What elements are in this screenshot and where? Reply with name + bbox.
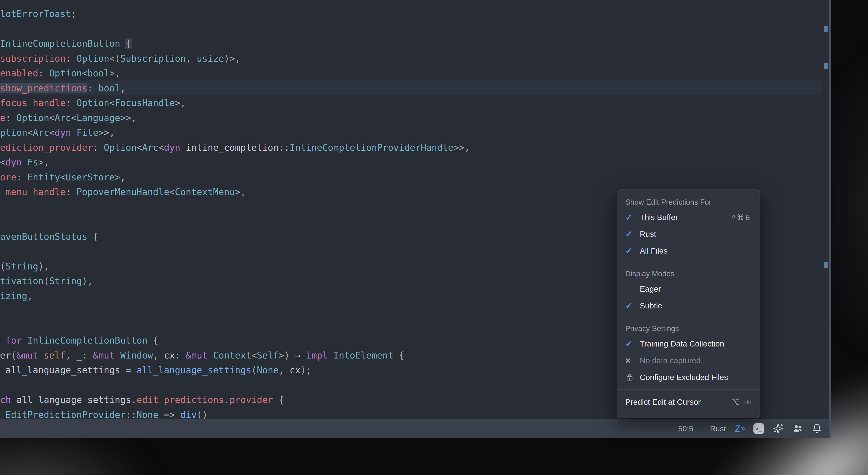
code-token: , [66, 350, 76, 361]
code-token: = [126, 365, 136, 375]
assistant-sparkle-icon[interactable] [773, 423, 783, 434]
code-line: ediction_provider: Option<Arc<dyn inline… [0, 140, 470, 155]
code-token [87, 231, 93, 242]
code-line: focus_handle: Option<FocusHandle>, [0, 95, 186, 110]
menu-header-show-edit-predictions-for: Show Edit Predictions For [617, 195, 760, 209]
code-token: all_language_settings [0, 365, 126, 375]
menu-item-training-data-collection[interactable]: ✓Training Data Collection [617, 335, 760, 352]
menu-separator [617, 389, 760, 390]
collaboration-icon[interactable] [793, 423, 803, 434]
code-token: < [60, 172, 66, 182]
code-token: : [5, 113, 16, 123]
code-line: show_predictions: bool, [0, 81, 126, 96]
menu-item-eager[interactable]: Eager [617, 280, 760, 297]
code-token: ), [82, 276, 93, 286]
code-token: >, [110, 68, 120, 78]
code-token: InlineCompletionButton [27, 335, 148, 346]
zed-window: lotErrorToast;InlineCompletionButton {su… [0, 0, 831, 438]
code-token: < [110, 98, 115, 108]
menu-footer-shortcut [731, 398, 751, 407]
code-token [115, 350, 120, 361]
code-token: &mut [186, 350, 208, 361]
terminal-icon[interactable]: >_ [753, 423, 764, 434]
menu-header-privacy-settings: Privacy Settings [617, 322, 760, 335]
code-line: avenButtonStatus { [0, 229, 98, 244]
code-token [0, 335, 5, 346]
scrollbar-marker[interactable] [824, 26, 828, 32]
notifications-bell-icon[interactable] [812, 423, 822, 434]
scrollbar-marker[interactable] [824, 262, 828, 268]
code-token: File [76, 127, 98, 138]
code-token: er [0, 350, 11, 361]
code-token: Entity [27, 172, 60, 182]
menu-item-configure-excluded-files[interactable]: Configure Excluded Files [617, 369, 760, 386]
code-token: provider [229, 395, 273, 405]
code-token: IntoElement [333, 350, 393, 361]
code-token: :: [126, 409, 136, 419]
cursor-bracket: { [126, 38, 131, 49]
code-token: None [257, 365, 279, 375]
menu-item-label: No data captured. [640, 356, 751, 365]
code-token: < [251, 350, 257, 361]
status-bar: 50:5 Rust Z» >_ [0, 418, 829, 438]
code-token: . [131, 395, 136, 405]
scrollbar-track[interactable] [822, 0, 829, 418]
code-token: => [164, 409, 180, 419]
code-line: enabled: Option<bool>, [0, 66, 120, 81]
menu-item-this-buffer[interactable]: ✓This Buffer^⌘E [617, 209, 760, 226]
checkmark-icon: ✓ [625, 212, 632, 222]
code-token: <( [110, 53, 120, 64]
code-token: Arc [33, 127, 49, 138]
code-line: EditPredictionProvider::None => div() [0, 407, 208, 419]
cursor-position[interactable]: 50:5 [678, 424, 693, 433]
code-token: all_language_settings [136, 365, 251, 375]
code-token [328, 350, 333, 361]
code-token: Option [16, 113, 49, 123]
code-token: EditPredictionProvider [0, 409, 126, 419]
code-token [71, 127, 76, 138]
menu-item-label: Rust [640, 230, 751, 239]
menu-item-no-data-captured[interactable]: ×No data captured. [617, 352, 760, 369]
menu-item-all-files[interactable]: ✓All Files [617, 242, 760, 259]
code-token: < [158, 142, 164, 153]
code-token: Context [213, 350, 251, 361]
code-token: dyn [164, 142, 180, 153]
code-line: _menu_handle: PopoverMenuHandle<ContextM… [0, 184, 246, 199]
code-line: e: Option<Arc<Language>>, [0, 110, 136, 125]
menu-item-rust[interactable]: ✓Rust [617, 226, 760, 242]
code-token: edit_predictions [136, 395, 224, 405]
menu-item-label: Configure Excluded Files [640, 373, 751, 382]
menu-separator [617, 263, 760, 263]
code-token: Option [76, 53, 110, 64]
code-token: subscription [0, 53, 66, 64]
code-token: Arc [55, 113, 71, 123]
code-token: { [279, 395, 284, 405]
tab-right-icon [742, 398, 751, 407]
code-line: InlineCompletionButton { [0, 36, 131, 51]
code-token: :: [279, 142, 289, 153]
code-token: InlineCompletionProviderHandle [289, 142, 453, 153]
code-token: Language [76, 113, 120, 123]
menu-item-subtle[interactable]: ✓Subtle [617, 297, 760, 314]
code-line: subscription: Option<(Subscription, usiz… [0, 51, 241, 66]
code-token: div [180, 409, 197, 419]
screen: lotErrorToast;InlineCompletionButton {su… [0, 0, 868, 475]
code-token: ( [251, 365, 257, 375]
code-token: dyn [5, 157, 22, 167]
code-token: : [87, 83, 98, 93]
code-token: : [66, 53, 76, 64]
code-token: ediction_provider [0, 142, 93, 153]
code-token: < [49, 127, 55, 138]
scrollbar-marker[interactable] [824, 63, 828, 69]
code-token: < [0, 157, 5, 167]
code-token: >>, [454, 142, 470, 153]
checkmark-icon: ✓ [625, 301, 632, 311]
language-indicator[interactable]: Rust [710, 424, 726, 433]
code-token: Option [76, 98, 110, 108]
code-token: avenButtonStatus [0, 231, 87, 242]
zeta-icon[interactable]: Z» [735, 423, 744, 434]
code-token: )>, [224, 53, 240, 64]
menu-item-predict-edit-at-cursor[interactable]: Predict Edit at Cursor [617, 394, 760, 411]
menu-body: Show Edit Predictions For✓This Buffer^⌘E… [617, 195, 760, 390]
code-token: < [82, 68, 87, 78]
